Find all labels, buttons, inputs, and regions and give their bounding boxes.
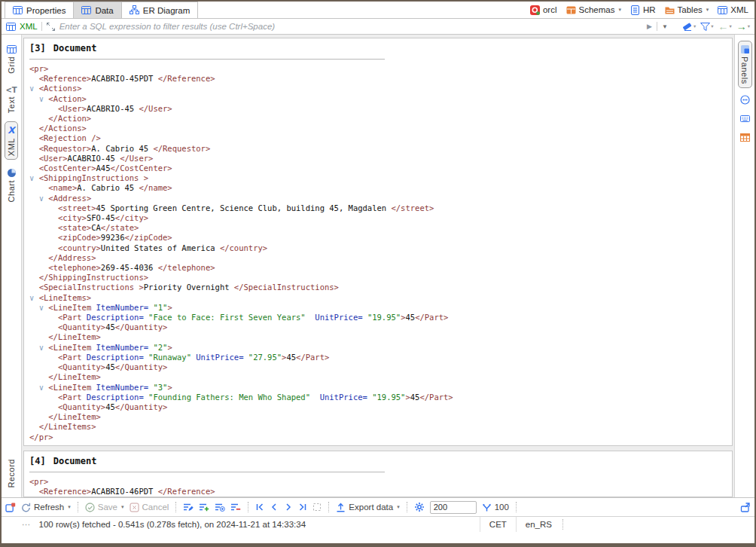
table-xml[interactable]: XML (718, 5, 748, 15)
document-icon (630, 5, 640, 15)
chevron-down-icon: ▾ (68, 504, 71, 510)
clone-row-button[interactable] (215, 503, 225, 512)
xml-code-line: ∨ <Action> (29, 94, 732, 104)
refresh-button[interactable]: Refresh ▾ (21, 503, 71, 512)
export-icon (336, 503, 346, 512)
xml-code-line: </LineItems> (29, 422, 732, 432)
document-header: [3]Document (29, 43, 732, 53)
first-page-button[interactable] (255, 503, 264, 512)
fold-chevron-icon[interactable]: ∨ (39, 303, 49, 312)
settings-gear-icon[interactable] (414, 502, 425, 512)
xml-code-line: <city>SFO-45</city> (29, 213, 732, 223)
folder-icon (665, 5, 675, 15)
database-selector[interactable]: orcl (530, 5, 557, 15)
xml-code-line: </pr> (29, 432, 732, 442)
chevron-down-icon: ▾ (706, 7, 709, 13)
chevron-down-icon: ▾ (618, 7, 621, 13)
schemas-dropdown[interactable]: Schemas ▾ (566, 5, 621, 15)
document-card: [3]Document<pr> <Reference>ACABRIO-45PDT… (23, 38, 733, 446)
xml-code-line: ∨ <LineItem ItemNumber= "1"> (29, 303, 732, 313)
tab-data[interactable]: Data (74, 2, 121, 18)
viewer-tab-text[interactable]: <T Text (3, 82, 19, 117)
viewer-tab-chart[interactable]: Chart (5, 164, 19, 206)
document-header: [4]Document (29, 456, 732, 466)
result-page-size[interactable]: 100 (482, 503, 509, 512)
diagram-icon (130, 5, 139, 15)
select-range-button[interactable] (312, 503, 322, 512)
tables-dropdown[interactable]: Tables ▾ (665, 5, 709, 15)
back-arrow-icon[interactable]: ←▾ (718, 21, 731, 32)
keyboard-icon[interactable] (740, 114, 750, 124)
last-page-button[interactable] (298, 503, 307, 512)
save-button[interactable]: Save ▾ (85, 503, 124, 512)
open-in-new-window-icon[interactable] (5, 503, 16, 512)
right-panel-strip: Panels (734, 35, 754, 497)
filter-input[interactable] (59, 22, 643, 31)
previous-page-button[interactable] (270, 503, 279, 512)
locale-widget[interactable]: en_RS (516, 517, 561, 532)
xml-code-line: <CostCenter>A45</CostCenter> (29, 163, 732, 173)
fold-chevron-icon[interactable]: ∨ (39, 94, 49, 103)
xml-code-line: <Part Description= "Founding Fathers: Me… (29, 393, 732, 402)
edit-row-button[interactable] (183, 503, 194, 512)
schema-hr[interactable]: HR (630, 5, 656, 15)
xml-code-line: <User>ACABRIO-45 </User> (29, 104, 732, 114)
aggregates-table-icon[interactable] (740, 133, 750, 142)
xml-code-line: <Part Description= "Face to Face: First … (29, 313, 732, 322)
fold-chevron-icon[interactable]: ∨ (29, 293, 39, 302)
tab-er-diagram[interactable]: ER Diagram (122, 2, 199, 18)
xml-code-line: <Part Description= "Runaway" UnitPrice= … (29, 353, 732, 362)
add-row-button[interactable] (199, 503, 209, 512)
xml-code-line: </Address> (29, 253, 732, 263)
text-viewer-icon: <T (5, 86, 17, 94)
cancel-button[interactable]: Cancel (130, 503, 169, 512)
main-area: Grid <T Text X XML Chart Record [3]Docum… (2, 35, 754, 497)
export-data-button[interactable]: Export data ▾ (336, 503, 399, 512)
viewer-tab-xml[interactable]: X XML (5, 121, 18, 160)
tab-properties[interactable]: Properties (5, 2, 74, 18)
viewer-tab-record[interactable]: Record (5, 455, 18, 491)
oracle-icon (530, 5, 540, 15)
view-mode-label[interactable]: XML (20, 22, 38, 31)
panels-tab[interactable]: Panels (738, 41, 752, 88)
delete-row-button[interactable] (230, 503, 241, 512)
xml-code-line: </LineItem> (29, 372, 732, 382)
xml-code-line: <User>ACABRIO-45 </User> (29, 154, 732, 163)
fold-chevron-icon[interactable]: ∨ (29, 84, 39, 93)
move-to-panel-icon[interactable] (740, 503, 750, 512)
separator (516, 502, 517, 512)
run-filter-icon[interactable]: ▶ (647, 23, 652, 30)
value-editor-icon[interactable] (740, 95, 750, 105)
result-toolbar: Refresh ▾ Save ▾ Cancel Export data ▾ (2, 497, 754, 516)
tab-label: ER Diagram (143, 6, 191, 15)
editor-tab-bar: Properties Data ER Diagram orcl Schemas … (2, 2, 754, 19)
xml-code-line: <street>45 Sporting Green Centre, Scienc… (29, 203, 732, 213)
fold-chevron-icon[interactable]: ∨ (39, 383, 49, 392)
page-size-input[interactable] (430, 501, 477, 514)
filter-history-icon[interactable]: ▼ (662, 23, 668, 30)
forward-arrow-icon[interactable]: →▾ (736, 21, 750, 32)
document-card: [4]Document<pr> <Reference>ACABRIO-46PDT… (23, 451, 733, 497)
separator (175, 502, 176, 512)
expand-icon[interactable] (46, 22, 56, 32)
grid-icon (7, 44, 17, 54)
separator (657, 22, 657, 31)
clear-filter-icon[interactable]: ▾ (683, 22, 696, 32)
app-window: Properties Data ER Diagram orcl Schemas … (0, 0, 756, 547)
fold-chevron-icon[interactable]: ∨ (29, 173, 39, 182)
fold-chevron-icon[interactable]: ∨ (39, 194, 49, 203)
header-rule (29, 59, 385, 60)
xml-code-line: </ShippingInstructions> (29, 273, 732, 283)
status-dots-icon[interactable]: ⋯ (22, 519, 32, 530)
timezone-widget[interactable]: CET (480, 517, 516, 532)
fold-chevron-icon[interactable]: ∨ (39, 343, 49, 352)
viewer-tab-grid[interactable]: Grid (5, 41, 19, 78)
documents: [3]Document<pr> <Reference>ACABRIO-45PDT… (22, 35, 734, 497)
next-page-button[interactable] (284, 503, 293, 512)
filter-funnel-icon[interactable]: ▾ (700, 22, 713, 32)
xml-code-line: <Quantity>45</Quantity> (29, 362, 732, 372)
xml-viewer-icon: X (8, 125, 14, 136)
tab-label: Properties (26, 6, 66, 15)
xml-code-line: <zipCode>99236</zipCode> (29, 233, 732, 243)
chevron-down-icon: ▾ (397, 504, 400, 510)
